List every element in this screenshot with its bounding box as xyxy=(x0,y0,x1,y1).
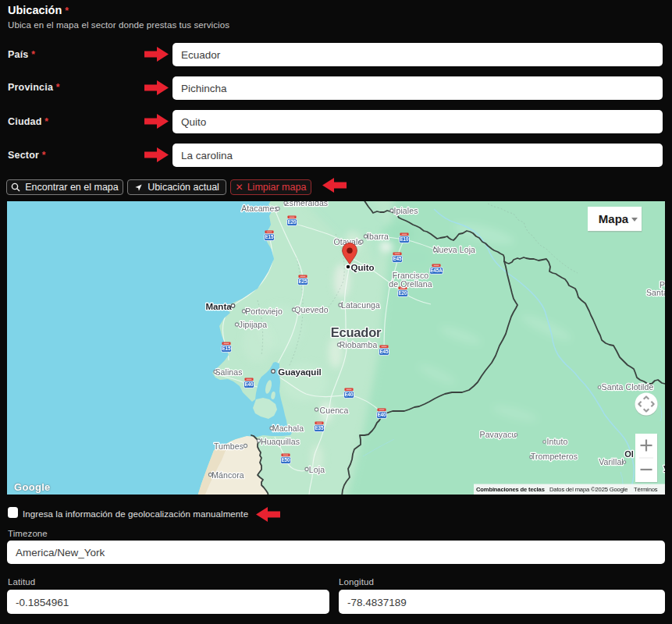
svg-text:Machala: Machala xyxy=(272,424,304,433)
svg-text:Portoviejo: Portoviejo xyxy=(245,307,283,316)
svg-text:Google: Google xyxy=(14,481,51,493)
svg-text:Varillal: Varillal xyxy=(599,457,624,466)
svg-text:Santa Clotilde: Santa Clotilde xyxy=(602,382,654,392)
svg-text:Esmeraldas: Esmeraldas xyxy=(284,201,328,207)
svg-text:Máncora: Máncora xyxy=(212,470,244,480)
svg-text:Ol: Ol xyxy=(624,449,634,459)
svg-text:E40: E40 xyxy=(377,412,386,417)
svg-text:Quito: Quito xyxy=(350,263,374,272)
svg-text:Latacunga: Latacunga xyxy=(341,300,380,310)
svg-text:E10: E10 xyxy=(400,236,409,242)
svg-text:Atacames: Atacames xyxy=(241,204,279,213)
svg-text:E45A: E45A xyxy=(430,268,443,273)
svg-text:Trompeteros: Trompeteros xyxy=(531,452,578,461)
svg-text:Manta: Manta xyxy=(205,302,232,311)
svg-text:E40: E40 xyxy=(244,381,254,387)
svg-text:Ibarra: Ibarra xyxy=(367,232,389,241)
svg-text:ya: ya xyxy=(663,463,665,472)
svg-text:Guayaquil: Guayaquil xyxy=(278,367,322,377)
svg-text:Jipijapa: Jipijapa xyxy=(239,320,267,329)
svg-text:Salinas: Salinas xyxy=(215,367,242,377)
svg-text:E45: E45 xyxy=(379,349,389,354)
svg-text:Combinaciones de teclas: Combinaciones de teclas xyxy=(476,486,545,493)
svg-text:E15: E15 xyxy=(265,234,274,239)
svg-text:E15: E15 xyxy=(222,346,231,351)
svg-text:Intuto: Intuto xyxy=(547,437,568,446)
svg-text:Cuenca: Cuenca xyxy=(320,406,349,415)
svg-text:E50: E50 xyxy=(281,457,290,463)
svg-text:Pavayacu: Pavayacu xyxy=(480,430,517,439)
svg-text:Nueva Loja: Nueva Loja xyxy=(433,245,475,254)
svg-text:E20: E20 xyxy=(398,290,407,296)
svg-text:Huaquillas: Huaquillas xyxy=(261,437,300,446)
svg-text:Tumbes: Tumbes xyxy=(214,441,244,451)
svg-text:Ecuador: Ecuador xyxy=(331,325,382,339)
svg-text:Loja: Loja xyxy=(309,465,325,474)
svg-text:E20: E20 xyxy=(287,219,297,225)
svg-text:E40: E40 xyxy=(344,392,354,397)
svg-text:Ipiales: Ipiales xyxy=(393,206,418,215)
svg-text:Santan: Santan xyxy=(646,288,665,297)
svg-text:E45: E45 xyxy=(393,256,402,261)
svg-text:Mapa: Mapa xyxy=(599,212,629,225)
svg-text:Términos: Términos xyxy=(634,486,658,493)
svg-text:Quevedo: Quevedo xyxy=(294,305,328,314)
svg-text:E35: E35 xyxy=(315,425,324,431)
svg-text:Datos del mapa ©2025 Google: Datos del mapa ©2025 Google xyxy=(549,486,628,493)
svg-text:Riobamba: Riobamba xyxy=(340,340,378,349)
svg-text:de Orellana: de Orellana xyxy=(389,279,432,289)
svg-text:E25: E25 xyxy=(298,278,308,284)
